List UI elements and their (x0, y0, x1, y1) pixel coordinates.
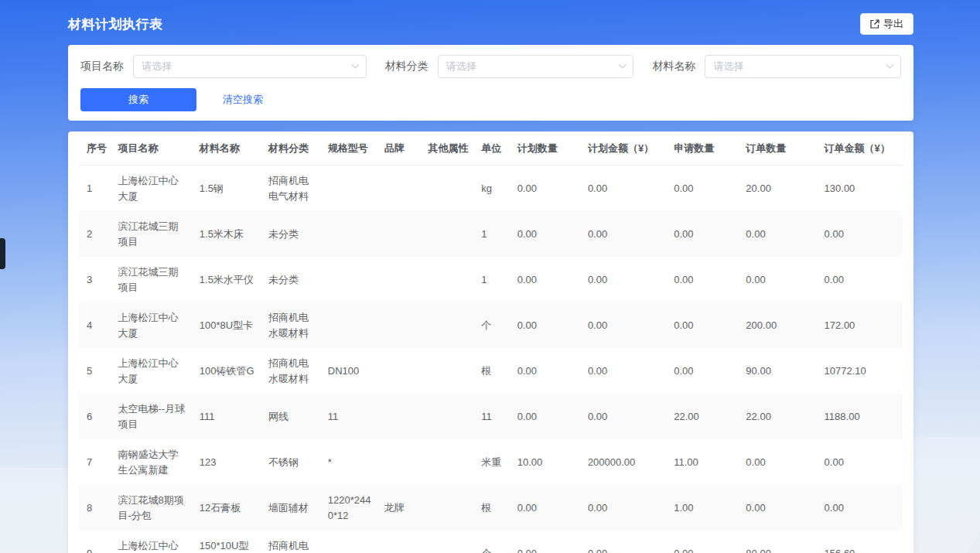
cell-other (422, 485, 475, 531)
cell-unit: kg (475, 166, 511, 212)
table-row: 3滨江花城三期项目1.5米水平仪未分类10.000.000.000.000.00 (79, 257, 903, 302)
column-header: 其他属性 (422, 131, 475, 166)
table-row: 8滨江花城8期项目-分包12石膏板墙面辅材1220*2440*12龙牌根0.00… (79, 485, 903, 531)
cell-spec: 1220*2440*12 (322, 485, 378, 531)
cell-other (422, 166, 475, 212)
select-placeholder: 请选择 (713, 60, 743, 73)
cell-brand: 龙牌 (378, 485, 422, 531)
cell-project: 南钢盛达大学生公寓新建 (112, 439, 193, 485)
material-category-select[interactable]: 请选择 (438, 55, 634, 78)
cell-plan_amount: 200000.00 (582, 439, 668, 485)
column-header: 订单数量 (739, 131, 818, 166)
column-header: 材料分类 (262, 131, 322, 166)
filter-label-project-name: 项目名称 (80, 60, 124, 73)
cell-unit: 1 (475, 257, 511, 302)
drawer-handle[interactable] (0, 238, 5, 269)
cell-material: 100*8U型卡 (193, 302, 262, 348)
cell-spec (322, 302, 378, 348)
cell-brand (378, 394, 422, 439)
cell-project: 上海松江中心大厦 (112, 348, 193, 394)
page-title: 材料计划执行表 (68, 15, 163, 33)
cell-other (422, 211, 475, 257)
column-header: 序号 (79, 131, 112, 166)
cell-material: 1.5米水平仪 (193, 257, 262, 302)
cell-unit: 1 (475, 211, 511, 257)
cell-unit: 11 (475, 394, 511, 439)
search-button[interactable]: 搜索 (80, 88, 196, 111)
cell-no: 8 (79, 485, 112, 531)
cell-no: 6 (79, 394, 112, 439)
column-header: 单位 (475, 131, 511, 166)
cell-plan_amount: 0.00 (582, 348, 668, 394)
cell-project: 上海松江中心大厦 (112, 531, 193, 553)
cell-order_amount: 0.00 (818, 485, 903, 531)
cell-plan_qty: 0.00 (511, 531, 582, 553)
filter-actions: 搜索 清空搜索 (80, 88, 901, 111)
cell-plan_amount: 0.00 (582, 531, 668, 553)
page: 材料计划执行表 导出 项目名称请选择材料分类请选择材料名称请选择 搜索 清空搜索… (68, 11, 913, 553)
cell-plan_qty: 0.00 (511, 394, 582, 439)
cell-brand (378, 302, 422, 348)
cell-plan_amount: 0.00 (582, 485, 668, 531)
select-placeholder: 请选择 (446, 60, 476, 73)
cell-plan_qty: 0.00 (511, 257, 582, 302)
column-header: 订单金额（¥） (818, 131, 903, 166)
cell-category: 未分类 (262, 211, 322, 257)
filter-group-material-category: 材料分类请选择 (385, 55, 634, 78)
export-button-label: 导出 (883, 17, 903, 31)
cell-order_amount: 0.00 (818, 211, 903, 257)
cell-plan_qty: 0.00 (511, 302, 582, 348)
cell-category: 招商机电电气材料 (262, 166, 322, 212)
clear-search-link[interactable]: 清空搜索 (223, 93, 263, 107)
cell-apply_qty: 0.00 (668, 257, 739, 302)
export-icon (870, 19, 879, 29)
cell-order_qty: 0.00 (739, 257, 818, 302)
cell-material: 1.5钢 (193, 166, 262, 212)
cell-order_amount: 0.00 (818, 257, 903, 302)
chevron-down-icon (351, 60, 359, 68)
filter-label-material-name: 材料名称 (652, 60, 695, 73)
cell-no: 1 (79, 166, 112, 212)
cell-plan_amount: 0.00 (582, 257, 668, 302)
cell-apply_qty: 1.00 (668, 485, 739, 531)
table-row: 1上海松江中心大厦1.5钢招商机电电气材料kg0.000.000.0020.00… (79, 166, 903, 212)
cell-spec (322, 531, 378, 553)
table-row: 7南钢盛达大学生公寓新建123不锈钢*米重10.00200000.0011.00… (79, 439, 903, 485)
cell-spec (322, 166, 378, 212)
cell-no: 5 (79, 348, 112, 394)
column-header: 项目名称 (112, 131, 193, 166)
cell-order_amount: 0.00 (818, 439, 903, 485)
cell-plan_qty: 0.00 (511, 485, 582, 531)
cell-plan_amount: 0.00 (582, 211, 668, 257)
cell-no: 7 (79, 439, 112, 485)
cell-order_amount: 156.60 (818, 531, 903, 553)
cell-unit: 个 (475, 302, 511, 348)
cell-brand (378, 348, 422, 394)
cell-plan_amount: 0.00 (582, 394, 668, 439)
project-name-select[interactable]: 请选择 (133, 55, 367, 78)
cell-no: 2 (79, 211, 112, 257)
cell-plan_amount: 0.00 (582, 302, 668, 348)
cell-order_qty: 90.00 (739, 348, 818, 394)
cell-project: 滨江花城三期项目 (112, 257, 193, 302)
table-row: 6太空电梯--月球项目111网线11110.000.0022.0022.0011… (79, 394, 903, 439)
cell-brand (378, 211, 422, 257)
cell-project: 太空电梯--月球项目 (112, 394, 193, 439)
cell-plan_amount: 0.00 (582, 166, 668, 212)
cell-category: 不锈钢 (262, 439, 322, 485)
cell-apply_qty: 0.00 (668, 211, 739, 257)
export-button[interactable]: 导出 (860, 13, 913, 35)
material-name-select[interactable]: 请选择 (705, 55, 901, 78)
cell-material: 1.5米木床 (193, 211, 262, 257)
filter-card: 项目名称请选择材料分类请选择材料名称请选择 搜索 清空搜索 (68, 45, 913, 121)
table-head: 序号项目名称材料名称材料分类规格型号品牌其他属性单位计划数量计划金额（¥）申请数… (79, 131, 903, 166)
table-card: 序号项目名称材料名称材料分类规格型号品牌其他属性单位计划数量计划金额（¥）申请数… (68, 131, 913, 553)
cell-project: 上海松江中心大厦 (112, 302, 193, 348)
cell-project: 上海松江中心大厦 (112, 166, 193, 212)
select-placeholder: 请选择 (142, 60, 172, 73)
cell-material: 123 (193, 439, 262, 485)
cell-other (422, 439, 475, 485)
cell-order_amount: 1188.00 (818, 394, 903, 439)
filter-label-material-category: 材料分类 (385, 60, 429, 73)
page-header: 材料计划执行表 导出 (68, 11, 913, 37)
